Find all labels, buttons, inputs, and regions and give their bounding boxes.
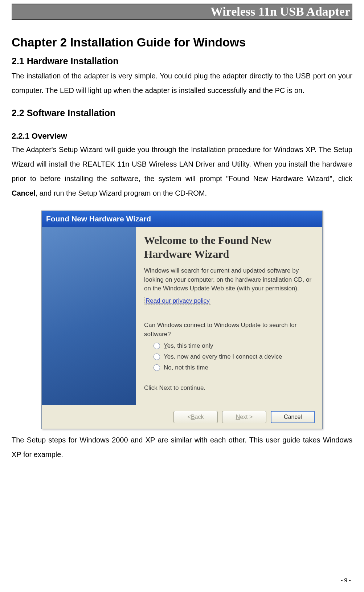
radio-option-yes-always[interactable]: Yes, now and every time I connect a devi…: [154, 353, 313, 360]
overview-text-pre: The Adapter's Setup Wizard will guide yo…: [12, 146, 352, 183]
wizard-right-panel: Welcome to the Found New Hardware Wizard…: [136, 227, 322, 405]
radio-label: No, not this time: [164, 364, 208, 371]
radio-label: Yes, now and every time I connect a devi…: [164, 353, 282, 360]
radio-group: Yes, this time only Yes, now and every t…: [154, 342, 313, 371]
wizard-question: Can Windows connect to Windows Update to…: [144, 321, 313, 339]
radio-option-yes-once[interactable]: Yes, this time only: [154, 342, 313, 350]
next-button[interactable]: Next >: [222, 411, 266, 423]
back-button[interactable]: < Back: [173, 411, 218, 423]
wizard-continue-text: Click Next to continue.: [144, 384, 313, 393]
dialog-button-row: < Back Next > Cancel: [42, 405, 322, 429]
radio-icon: [154, 364, 160, 371]
document-header: Wireless 11n USB Adapter: [12, 4, 352, 20]
page-number: - 9 -: [341, 577, 351, 584]
after-dialog-text: The Setup steps for Windows 2000 and XP …: [12, 433, 352, 462]
overview-text-post: , and run the Setup Wizard program on th…: [36, 189, 207, 197]
wizard-left-graphic: [42, 227, 136, 405]
radio-icon: [154, 343, 160, 349]
section-2-2-title: 2.2 Software Installation: [12, 108, 352, 118]
section-2-1-title: 2.1 Hardware Installation: [12, 56, 352, 66]
section-2-2-1-title: 2.2.1 Overview: [12, 131, 352, 141]
wizard-dialog-figure: Found New Hardware Wizard Welcome to the…: [12, 211, 352, 429]
radio-option-no[interactable]: No, not this time: [154, 364, 313, 371]
privacy-policy-link[interactable]: Read our privacy policy: [144, 297, 211, 305]
wizard-paragraph-1: Windows will search for current and upda…: [144, 266, 313, 293]
overview-text-bold: Cancel: [12, 189, 36, 197]
section-2-1-body: The installation of the adapter is very …: [12, 69, 352, 98]
dialog-title: Found New Hardware Wizard: [46, 215, 151, 223]
radio-label: Yes, this time only: [164, 342, 213, 350]
section-2-2-1-body: The Adapter's Setup Wizard will guide yo…: [12, 142, 352, 200]
found-new-hardware-wizard-dialog: Found New Hardware Wizard Welcome to the…: [41, 211, 323, 429]
header-title: Wireless 11n USB Adapter: [210, 5, 350, 19]
dialog-titlebar: Found New Hardware Wizard: [42, 211, 322, 227]
radio-icon: [154, 354, 160, 360]
wizard-heading: Welcome to the Found New Hardware Wizard: [144, 233, 313, 261]
chapter-title: Chapter 2 Installation Guide for Windows: [12, 36, 352, 49]
cancel-button[interactable]: Cancel: [271, 411, 315, 423]
